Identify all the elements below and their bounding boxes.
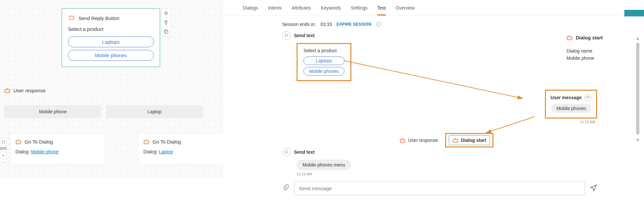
svg-rect-20 xyxy=(453,139,458,143)
bot-send-text-2: Send text Mobile phones menu 11:15 AM xyxy=(282,148,351,176)
tab-overview[interactable]: Overview xyxy=(396,3,415,15)
svg-rect-10 xyxy=(144,141,149,144)
action-chips: User response Dialog start xyxy=(397,133,493,147)
chat-column: Send text Select a product Laptops Mobil… xyxy=(282,31,597,201)
card-toolbar xyxy=(161,8,171,36)
goto-title: Go To Dialog xyxy=(153,139,181,145)
side-name-label: Dialog name xyxy=(567,48,636,54)
message-input-row xyxy=(282,181,597,195)
tabs: Dialogs Intents Attributes Keywords Sett… xyxy=(223,0,644,16)
svg-point-5 xyxy=(8,91,9,91)
card-title: Send Reply Button xyxy=(78,15,119,21)
panel-chip[interactable] xyxy=(624,10,644,16)
zoom-pct: 00% xyxy=(0,145,7,152)
user-message-block: User message Mobile phones 11:15 AM xyxy=(545,90,597,124)
chat-icon xyxy=(584,94,592,101)
user-message-ts: 11:15 AM xyxy=(545,120,597,124)
goto-label: Dialog: xyxy=(143,149,158,154)
test-panel: Dialogs Intents Attributes Keywords Sett… xyxy=(223,0,644,201)
bot-prompt-box: Select a product Laptops Mobile phones xyxy=(297,43,351,81)
tab-settings[interactable]: Settings xyxy=(351,3,367,15)
card-subtitle: Select a product xyxy=(68,26,154,32)
tab-attributes[interactable]: Attributes xyxy=(292,3,311,15)
scroll-down-icon[interactable]: ▼ xyxy=(635,137,640,143)
session-label: Session ends in: xyxy=(282,22,316,27)
user-response-mobile[interactable]: Mobile phone xyxy=(4,105,101,118)
tab-keywords[interactable]: Keywords xyxy=(321,3,341,15)
bot-icon xyxy=(400,137,405,143)
goto-title: Go To Dialog xyxy=(25,139,53,145)
user-response-label: User response xyxy=(13,88,46,93)
message-input[interactable] xyxy=(294,181,585,195)
bot-menu-bubble: Mobile phones menu xyxy=(297,160,351,170)
goto-label: Dialog: xyxy=(15,149,30,154)
goto-link-mobile[interactable]: Mobile phone xyxy=(31,149,58,154)
flow-canvas[interactable]: Send Reply Button Select a product Lapto… xyxy=(0,0,223,177)
card-button-phones[interactable]: Mobile phones xyxy=(68,50,154,61)
bot-option-laptops[interactable]: Laptops xyxy=(303,56,344,65)
reply-button-icon xyxy=(68,14,75,22)
svg-rect-26 xyxy=(567,36,572,40)
tab-dialogs[interactable]: Dialogs xyxy=(243,3,258,15)
tab-intents[interactable]: Intents xyxy=(268,3,282,15)
svg-point-9 xyxy=(19,142,20,143)
user-response-laptop[interactable]: Laptop xyxy=(106,105,203,118)
side-name-value: Mobile phone xyxy=(567,56,636,61)
svg-text:i: i xyxy=(378,23,379,26)
svg-rect-1 xyxy=(165,31,168,34)
session-bar: Session ends in: 03:33 EXPIRE SESSION i xyxy=(223,16,644,27)
svg-point-4 xyxy=(6,91,7,91)
bot-prompt-text: Select a product xyxy=(303,48,344,53)
goto-dialog-card-mobile[interactable]: Go To Dialog Dialog: Mobile phone xyxy=(10,133,105,164)
zoom-controls: [ ] 00% + – xyxy=(0,138,7,166)
bot-option-phones[interactable]: Mobile phones xyxy=(303,67,344,76)
svg-point-28 xyxy=(568,38,569,38)
svg-point-29 xyxy=(570,38,571,38)
delete-icon[interactable] xyxy=(161,18,171,27)
bot-icon xyxy=(452,137,458,143)
send-reply-button-card[interactable]: Send Reply Button Select a product Lapto… xyxy=(62,8,160,67)
send-icon[interactable] xyxy=(590,184,597,192)
bot-icon xyxy=(567,34,572,40)
session-time: 03:33 xyxy=(321,22,332,27)
move-icon[interactable] xyxy=(161,9,171,18)
send-text-icon xyxy=(282,31,291,40)
user-message-bubble: Mobile phones xyxy=(551,104,592,113)
zoom-in[interactable]: + xyxy=(0,152,7,159)
chip-dialog-start-outer: Dialog start xyxy=(445,133,493,147)
user-message-label: User message xyxy=(551,95,582,100)
zoom-out[interactable]: – xyxy=(0,159,7,166)
goto-dialog-card-laptop[interactable]: Go To Dialog Dialog: Laptop xyxy=(138,133,233,164)
send-text-label: Send text xyxy=(294,33,315,38)
svg-rect-2 xyxy=(5,89,10,93)
expire-session-link[interactable]: EXPIRE SESSION xyxy=(337,22,371,27)
chip-dialog-start[interactable]: Dialog start xyxy=(449,135,490,145)
svg-point-23 xyxy=(456,141,457,141)
info-icon[interactable]: i xyxy=(376,22,381,27)
svg-line-25 xyxy=(486,117,535,133)
svg-point-12 xyxy=(145,142,146,143)
send-text-icon xyxy=(282,148,291,156)
bot-icon xyxy=(4,87,10,93)
goto-link-laptop[interactable]: Laptop xyxy=(159,149,173,154)
svg-point-22 xyxy=(454,141,455,141)
bot-icon xyxy=(15,139,21,145)
zoom-fit[interactable]: [ ] xyxy=(0,138,7,145)
bot-icon xyxy=(143,139,149,145)
attach-icon[interactable] xyxy=(282,184,289,192)
user-response-node[interactable]: User response xyxy=(4,87,46,93)
svg-rect-16 xyxy=(400,139,405,143)
chip-user-response[interactable]: User response xyxy=(397,136,441,145)
svg-point-18 xyxy=(401,141,402,141)
copy-icon[interactable] xyxy=(161,27,171,36)
side-title: Dialog start xyxy=(576,35,603,40)
dialog-start-panel: Dialog start Dialog name Mobile phone xyxy=(559,34,644,61)
send-text-label: Send text xyxy=(294,149,315,155)
svg-point-8 xyxy=(17,142,18,143)
tab-test[interactable]: Test xyxy=(377,3,386,15)
card-button-laptops[interactable]: Laptops xyxy=(68,36,154,47)
bot-ts: 11:15 AM xyxy=(297,172,351,176)
svg-point-19 xyxy=(403,141,404,141)
svg-rect-6 xyxy=(16,141,21,144)
bot-send-text-1: Send text Select a product Laptops Mobil… xyxy=(282,31,597,81)
